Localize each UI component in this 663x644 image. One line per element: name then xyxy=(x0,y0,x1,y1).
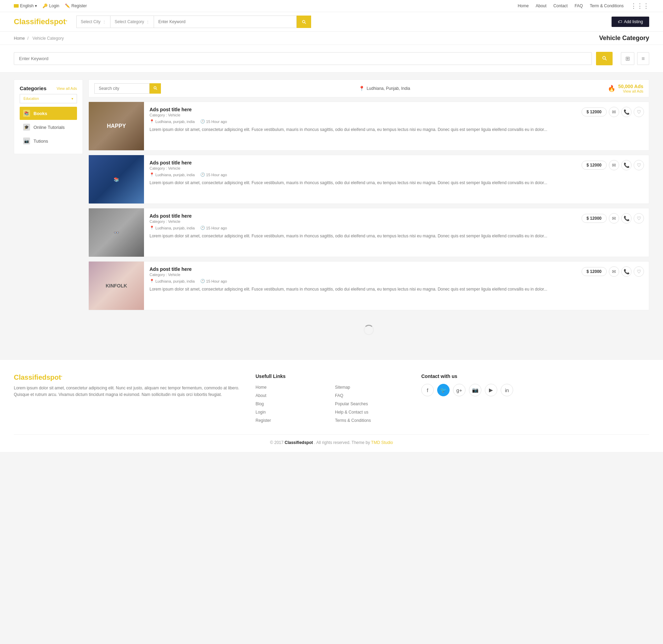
ads-count-number: 50,000 Ads xyxy=(618,84,643,89)
grid-view-button[interactable]: ⊞ xyxy=(621,52,634,65)
ads-view-all-link[interactable]: View all Ads xyxy=(623,89,643,93)
ad-title-3[interactable]: Ads post title here xyxy=(150,213,643,219)
footer-description: Lorem ipsum dolor sit amet, consectetur … xyxy=(14,385,242,398)
footer-link-blog[interactable]: Blog xyxy=(256,400,328,407)
register-link[interactable]: ✏️ Register xyxy=(65,3,87,8)
location-text: Ludhiana, Punjab, India xyxy=(367,86,410,91)
fire-icon: 🔥 xyxy=(608,85,615,92)
footer-logo: Classifiedspot● xyxy=(14,373,242,381)
ad-location-3: 📍 Ludhiana, punjab, india xyxy=(150,226,195,230)
footer-bottom: © 2017 Classifiedspot . All rights reser… xyxy=(14,434,649,445)
sidebar-view-all[interactable]: View all Ads xyxy=(57,86,77,91)
edit-icon: ✏️ xyxy=(65,3,70,8)
breadcrumb-separator: / xyxy=(27,36,28,41)
linkedin-social-icon[interactable]: in xyxy=(501,384,513,396)
ad-body-2: $ 12000 ✉ 📞 ♡ Ads post title here Catego… xyxy=(144,155,649,203)
footer-theme-link[interactable]: TMD Studio xyxy=(371,440,393,445)
ad-card-4: KINFOLK $ 12000 ✉ 📞 ♡ Ads post title her… xyxy=(88,261,649,310)
topbar: English ▾ 🔑 Login ✏️ Register Home About… xyxy=(0,0,663,12)
chevron-icon: ⋮ xyxy=(103,20,106,24)
add-listing-button[interactable]: 🏷 Add listing xyxy=(612,17,649,27)
city-search-input[interactable] xyxy=(94,83,150,94)
phone-button-2[interactable]: 📞 xyxy=(621,160,632,170)
sidebar-item-online-tutorials[interactable]: 🎓 Online Tutorials xyxy=(20,121,77,134)
favorite-button-3[interactable]: ♡ xyxy=(634,213,644,224)
breadcrumb-home[interactable]: Home xyxy=(14,36,25,41)
login-link[interactable]: 🔑 Login xyxy=(42,3,59,8)
nav-contact[interactable]: Contact xyxy=(554,3,568,8)
footer-link-terms[interactable]: Terms & Conditions xyxy=(335,417,407,424)
header-search-button[interactable] xyxy=(297,16,311,28)
ad-meta-4: 📍 Ludhiana, punjab, india 🕐 15 Hour ago xyxy=(150,279,643,283)
price-button-1[interactable]: $ 12000 xyxy=(582,107,607,116)
price-button-2[interactable]: $ 12000 xyxy=(582,161,607,170)
instagram-social-icon[interactable]: 📷 xyxy=(469,384,481,396)
city-select[interactable]: Select City ⋮ xyxy=(76,16,110,28)
page-title: Vehicle Category xyxy=(599,35,649,42)
phone-button-1[interactable]: 📞 xyxy=(621,107,632,117)
email-button-4[interactable]: ✉ xyxy=(609,266,619,277)
key-icon: 🔑 xyxy=(42,3,48,8)
footer-link-home[interactable]: Home xyxy=(256,384,328,391)
ad-description-1: Lorem ipsum dolor sit amet, consectetur … xyxy=(150,126,643,133)
favorite-button-1[interactable]: ♡ xyxy=(634,107,644,117)
ad-time-1: 🕐 15 Hour ago xyxy=(200,119,227,124)
phone-button-4[interactable]: 📞 xyxy=(621,266,632,277)
footer-links-section: Usefull Links Home Sitemap About FAQ Blo… xyxy=(256,373,407,424)
topbar-right: Home About Contact FAQ Term & Conditions… xyxy=(518,2,649,10)
footer-link-sitemap[interactable]: Sitemap xyxy=(335,384,407,391)
phone-button-3[interactable]: 📞 xyxy=(621,213,632,224)
ad-title-4[interactable]: Ads post title here xyxy=(150,266,643,272)
sidebar-header: Categories View all Ads xyxy=(20,85,77,91)
email-button-2[interactable]: ✉ xyxy=(609,160,619,170)
hamburger-icon[interactable]: ⋮⋮⋮ xyxy=(631,2,649,10)
main-search-button[interactable] xyxy=(596,52,613,65)
footer-link-about[interactable]: About xyxy=(256,392,328,399)
favorite-button-4[interactable]: ♡ xyxy=(634,266,644,277)
footer: Classifiedspot● Lorem ipsum dolor sit am… xyxy=(0,359,663,452)
facebook-social-icon[interactable]: f xyxy=(421,384,434,396)
footer-link-popular-searches[interactable]: Popular Searches xyxy=(335,400,407,407)
language-selector[interactable]: English ▾ xyxy=(14,3,37,8)
keyword-input-wrap xyxy=(154,16,296,28)
city-search-button[interactable] xyxy=(150,83,161,94)
listings-header: 📍 Ludhiana, Punjab, India 🔥 50,000 Ads V… xyxy=(88,79,649,97)
twitter-social-icon[interactable]: 🐦 xyxy=(437,384,450,396)
youtube-social-icon[interactable]: ▶ xyxy=(485,384,497,396)
sidebar-item-tutions[interactable]: 📷 Tutions xyxy=(20,134,77,148)
nav-home[interactable]: Home xyxy=(518,3,529,8)
nav-terms[interactable]: Term & Conditions xyxy=(590,3,624,8)
ad-title-2[interactable]: Ads post title here xyxy=(150,160,643,165)
footer-link-faq[interactable]: FAQ xyxy=(335,392,407,399)
footer-link-help[interactable]: Help & Contact us xyxy=(335,409,407,416)
price-button-4[interactable]: $ 12000 xyxy=(582,267,607,276)
nav-about[interactable]: About xyxy=(536,3,546,8)
ad-image-1: HAPPY xyxy=(89,102,144,150)
nav-faq[interactable]: FAQ xyxy=(575,3,583,8)
ad-title-1[interactable]: Ads post title here xyxy=(150,107,643,112)
sidebar-item-books[interactable]: 📚 Books xyxy=(20,107,77,120)
footer-link-login[interactable]: Login xyxy=(256,409,328,416)
list-view-button[interactable]: ≡ xyxy=(637,52,649,65)
price-button-3[interactable]: $ 12000 xyxy=(582,214,607,223)
keyword-input[interactable] xyxy=(154,16,296,28)
ad-meta-3: 📍 Ludhiana, punjab, india 🕐 15 Hour ago xyxy=(150,226,643,230)
footer-grid: Classifiedspot● Lorem ipsum dolor sit am… xyxy=(14,373,649,424)
logo-accent: spot xyxy=(50,17,66,26)
favorite-button-2[interactable]: ♡ xyxy=(634,160,644,170)
ad-meta-2: 📍 Ludhiana, punjab, india 🕐 15 Hour ago xyxy=(150,172,643,177)
loading-spinner-container xyxy=(88,314,649,345)
email-button-3[interactable]: ✉ xyxy=(609,213,619,224)
category-dropdown[interactable]: Education ▾ xyxy=(20,94,77,103)
add-listing-icon: 🏷 xyxy=(618,19,622,24)
category-select[interactable]: Select Category ⋮ xyxy=(110,16,154,28)
main-search-input[interactable] xyxy=(14,52,592,65)
ad-card-2: 📚 $ 12000 ✉ 📞 ♡ Ads post title here Cate… xyxy=(88,155,649,204)
listings-panel: 📍 Ludhiana, Punjab, India 🔥 50,000 Ads V… xyxy=(88,79,649,345)
ad-category-3: Category : Vehicle xyxy=(150,219,643,224)
sidebar: Categories View all Ads Education ▾ 📚 Bo… xyxy=(14,79,83,345)
email-button-1[interactable]: ✉ xyxy=(609,107,619,117)
ad-time-3: 🕐 15 Hour ago xyxy=(200,226,227,230)
google-plus-social-icon[interactable]: g+ xyxy=(453,384,465,396)
footer-link-register[interactable]: Register xyxy=(256,417,328,424)
